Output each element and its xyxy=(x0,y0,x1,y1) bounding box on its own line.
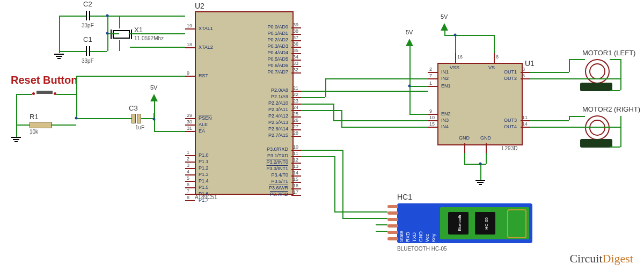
wire xyxy=(376,224,387,225)
u2-pin-10-name: P3.0/RXD xyxy=(267,147,288,152)
u1-pin-7-name: IN2 xyxy=(441,76,449,81)
u2-pin-9-name: RST xyxy=(199,73,208,78)
u1-pin-7-line xyxy=(428,78,437,79)
u2-pin-30-name: ALE xyxy=(199,122,208,127)
u2-pin-8-name: P1.7 xyxy=(199,197,209,203)
power-5v-vss xyxy=(441,23,448,31)
c3-value: 1uF xyxy=(135,124,144,130)
u2-pin-21-name: P2.0/A8 xyxy=(271,87,288,93)
wire xyxy=(444,31,445,35)
u2-pin-24-name: P2.3/A11 xyxy=(268,107,288,112)
reset-button-label: Reset Button xyxy=(11,74,77,86)
wire xyxy=(301,150,342,151)
wire xyxy=(76,76,77,94)
u1-pin-14-name: OUT4 xyxy=(504,124,517,129)
u2-pin-19-num: 19 xyxy=(187,23,192,28)
u2-pin-7-num: 7 xyxy=(187,188,189,194)
c2-ref: C2 xyxy=(83,0,92,8)
wire xyxy=(455,35,456,53)
u2-pin-28-name: P2.7/A15 xyxy=(268,133,288,138)
u2-pin-3-name: P1.2 xyxy=(199,165,209,171)
u2-pin-37-num: 37 xyxy=(293,35,298,40)
u2-pin-19-name: XTAL1 xyxy=(199,26,213,31)
u2-pin-25-name: P2.4/A12 xyxy=(268,113,288,119)
u2-pin-4-name: P1.3 xyxy=(199,172,209,177)
wire xyxy=(107,33,108,51)
u1-pin-15-line xyxy=(428,127,437,128)
wire xyxy=(16,94,17,137)
bt-pin-label-State: State xyxy=(399,231,404,242)
wire xyxy=(620,127,621,147)
wire xyxy=(376,231,387,232)
c1-ref: C1 xyxy=(83,35,92,43)
bt-pin-RXD xyxy=(387,211,398,215)
u2-pin-27-name: P2.6/A14 xyxy=(268,126,288,131)
bt-pin-Vcc xyxy=(387,231,398,234)
bt-chip2-label: HC-05 xyxy=(484,217,489,230)
wire xyxy=(325,78,428,79)
u2-pin-23-name: P2.2/A10 xyxy=(268,100,288,106)
u2-pin-38-name: P0.1/AD1 xyxy=(267,31,288,36)
u1-pin-15-name: IN4 xyxy=(441,124,449,129)
u2-pin-38-num: 38 xyxy=(293,28,298,34)
u2-pin-32-line xyxy=(291,72,301,74)
u2-pin-34-num: 34 xyxy=(293,54,298,60)
u2-pin-28-line xyxy=(291,136,301,137)
u2-pin-35-num: 35 xyxy=(293,48,298,53)
wire xyxy=(76,94,77,118)
wire xyxy=(51,124,76,126)
u1-pin-7-num: 7 xyxy=(429,73,432,78)
wire xyxy=(129,33,185,34)
crystal-x1 xyxy=(113,30,130,39)
u1-pin-6-line xyxy=(521,78,530,79)
bt-pin-GND xyxy=(387,224,398,228)
hc1-value: BLUETOOTH HC-05 xyxy=(397,246,447,252)
u1-gnd-1-name: GND xyxy=(480,135,491,141)
u2-pin-32-name: P0.7/AD7 xyxy=(267,69,288,75)
u2-pin-21-num: 21 xyxy=(293,85,298,91)
wire xyxy=(620,116,621,127)
u2-pin-29-name: PSEN xyxy=(199,115,212,121)
wire xyxy=(107,16,108,33)
hc1-ref: HC1 xyxy=(397,193,412,201)
x1-ref: X1 xyxy=(134,26,143,34)
wire xyxy=(301,110,341,111)
u1-pin-9-num: 9 xyxy=(429,108,432,114)
u2-pin-13-num: 13 xyxy=(293,164,298,169)
u2-pin-16-num: 16 xyxy=(293,183,298,188)
u2-pin-19-line xyxy=(185,28,195,30)
wire xyxy=(56,94,76,95)
wire xyxy=(620,78,621,90)
resistor-r1 xyxy=(30,122,52,128)
wire xyxy=(341,127,428,128)
wire xyxy=(409,86,428,87)
bt-pin-label-Key: Key xyxy=(431,233,436,242)
u1-pin-6-num: 6 xyxy=(522,73,525,78)
u2-pin-14-name: P3.4/T0 xyxy=(271,172,288,178)
motor1 xyxy=(585,59,610,84)
u2-pin-23-num: 23 xyxy=(293,98,298,104)
u2-pin-24-num: 24 xyxy=(293,105,298,110)
wire xyxy=(154,131,185,132)
u2-pin-12-num: 12 xyxy=(293,157,298,163)
u1-pin-10-name: IN3 xyxy=(441,118,449,123)
bluetooth-antenna xyxy=(507,209,526,238)
wire xyxy=(409,114,428,115)
wire xyxy=(107,33,119,34)
u2-pin-33-name: P0.6/AD6 xyxy=(267,63,288,68)
wire xyxy=(464,153,465,164)
wire xyxy=(90,51,107,52)
r1-value: 10k xyxy=(30,129,38,135)
u1-pin-1-num: 1 xyxy=(429,80,432,86)
bt-chip1-label: Bluetooth xyxy=(458,215,462,231)
wire xyxy=(342,218,387,219)
wire xyxy=(59,51,86,52)
u1-pin-11-num: 11 xyxy=(522,115,528,120)
junction xyxy=(75,117,78,120)
u2-pin-1-num: 1 xyxy=(187,150,189,155)
wire xyxy=(530,78,620,79)
u2-pin-29-num: 29 xyxy=(187,113,192,118)
wire xyxy=(334,156,335,211)
u2-pin-31-name: EA xyxy=(199,128,205,134)
junction xyxy=(106,14,109,17)
